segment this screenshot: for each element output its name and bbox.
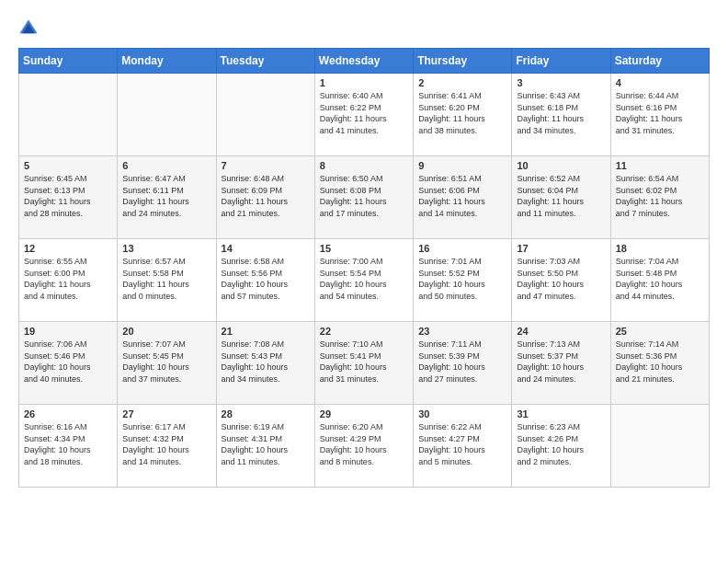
logo xyxy=(18,18,40,39)
calendar-cell: 11Sunrise: 6:54 AM Sunset: 6:02 PM Dayli… xyxy=(610,156,709,239)
day-number: 16 xyxy=(418,243,506,254)
cell-content: Sunrise: 7:00 AM Sunset: 5:54 PM Dayligh… xyxy=(320,256,408,302)
day-number: 26 xyxy=(24,408,112,419)
day-number: 5 xyxy=(24,160,112,171)
calendar-cell: 19Sunrise: 7:06 AM Sunset: 5:46 PM Dayli… xyxy=(19,322,118,405)
calendar-cell: 24Sunrise: 7:13 AM Sunset: 5:37 PM Dayli… xyxy=(512,322,610,405)
cell-content: Sunrise: 6:47 AM Sunset: 6:11 PM Dayligh… xyxy=(122,173,210,219)
day-number: 2 xyxy=(418,77,506,88)
cell-content: Sunrise: 6:55 AM Sunset: 6:00 PM Dayligh… xyxy=(24,256,112,302)
day-number: 3 xyxy=(517,77,605,88)
cell-content: Sunrise: 6:19 AM Sunset: 4:31 PM Dayligh… xyxy=(222,421,310,467)
calendar-cell: 2Sunrise: 6:41 AM Sunset: 6:20 PM Daylig… xyxy=(414,74,512,156)
cell-content: Sunrise: 6:48 AM Sunset: 6:09 PM Dayligh… xyxy=(222,173,310,219)
cell-content: Sunrise: 6:17 AM Sunset: 4:32 PM Dayligh… xyxy=(122,421,210,467)
calendar-cell: 7Sunrise: 6:48 AM Sunset: 6:09 PM Daylig… xyxy=(216,156,314,239)
calendar-table: SundayMondayTuesdayWednesdayThursdayFrid… xyxy=(18,48,710,488)
calendar-cell: 29Sunrise: 6:20 AM Sunset: 4:29 PM Dayli… xyxy=(314,405,413,488)
day-number: 11 xyxy=(616,160,704,171)
calendar-cell: 17Sunrise: 7:03 AM Sunset: 5:50 PM Dayli… xyxy=(512,239,610,322)
cell-content: Sunrise: 6:43 AM Sunset: 6:18 PM Dayligh… xyxy=(517,90,605,136)
cell-content: Sunrise: 7:01 AM Sunset: 5:52 PM Dayligh… xyxy=(418,256,506,302)
day-number: 30 xyxy=(418,408,506,419)
calendar-week-3: 12Sunrise: 6:55 AM Sunset: 6:00 PM Dayli… xyxy=(19,239,710,322)
cell-content: Sunrise: 6:54 AM Sunset: 6:02 PM Dayligh… xyxy=(616,173,704,219)
calendar-cell: 25Sunrise: 7:14 AM Sunset: 5:36 PM Dayli… xyxy=(610,322,709,405)
calendar-cell: 26Sunrise: 6:16 AM Sunset: 4:34 PM Dayli… xyxy=(19,405,118,488)
day-number: 21 xyxy=(222,326,310,337)
cell-content: Sunrise: 6:52 AM Sunset: 6:04 PM Dayligh… xyxy=(517,173,605,219)
day-number: 17 xyxy=(517,243,605,254)
cell-content: Sunrise: 6:22 AM Sunset: 4:27 PM Dayligh… xyxy=(418,421,506,467)
cell-content: Sunrise: 7:08 AM Sunset: 5:43 PM Dayligh… xyxy=(222,339,310,385)
calendar-cell xyxy=(610,405,709,488)
weekday-header-tuesday: Tuesday xyxy=(216,49,314,74)
calendar-cell: 28Sunrise: 6:19 AM Sunset: 4:31 PM Dayli… xyxy=(216,405,314,488)
day-number: 6 xyxy=(122,160,210,171)
cell-content: Sunrise: 7:11 AM Sunset: 5:39 PM Dayligh… xyxy=(418,339,506,385)
cell-content: Sunrise: 6:58 AM Sunset: 5:56 PM Dayligh… xyxy=(222,256,310,302)
day-number: 1 xyxy=(320,77,408,88)
calendar-cell xyxy=(19,74,118,156)
calendar-cell: 31Sunrise: 6:23 AM Sunset: 4:26 PM Dayli… xyxy=(512,405,610,488)
cell-content: Sunrise: 6:51 AM Sunset: 6:06 PM Dayligh… xyxy=(418,173,506,219)
calendar-cell: 8Sunrise: 6:50 AM Sunset: 6:08 PM Daylig… xyxy=(314,156,413,239)
day-number: 9 xyxy=(418,160,506,171)
day-number: 28 xyxy=(222,408,310,419)
calendar-cell: 4Sunrise: 6:44 AM Sunset: 6:16 PM Daylig… xyxy=(610,74,709,156)
day-number: 29 xyxy=(320,408,408,419)
calendar-header: SundayMondayTuesdayWednesdayThursdayFrid… xyxy=(19,49,710,74)
cell-content: Sunrise: 7:03 AM Sunset: 5:50 PM Dayligh… xyxy=(517,256,605,302)
calendar-cell: 10Sunrise: 6:52 AM Sunset: 6:04 PM Dayli… xyxy=(512,156,610,239)
weekday-header-saturday: Saturday xyxy=(610,49,709,74)
cell-content: Sunrise: 6:40 AM Sunset: 6:22 PM Dayligh… xyxy=(320,90,408,136)
day-number: 24 xyxy=(517,326,605,337)
calendar-cell xyxy=(118,74,216,156)
calendar-cell: 20Sunrise: 7:07 AM Sunset: 5:45 PM Dayli… xyxy=(118,322,216,405)
calendar-body: 1Sunrise: 6:40 AM Sunset: 6:22 PM Daylig… xyxy=(19,74,710,488)
calendar-cell: 14Sunrise: 6:58 AM Sunset: 5:56 PM Dayli… xyxy=(216,239,314,322)
weekday-header-wednesday: Wednesday xyxy=(314,49,413,74)
day-number: 13 xyxy=(122,243,210,254)
cell-content: Sunrise: 6:57 AM Sunset: 5:58 PM Dayligh… xyxy=(122,256,210,302)
calendar-cell: 1Sunrise: 6:40 AM Sunset: 6:22 PM Daylig… xyxy=(314,74,413,156)
day-number: 31 xyxy=(517,408,605,419)
day-number: 18 xyxy=(616,243,704,254)
cell-content: Sunrise: 6:50 AM Sunset: 6:08 PM Dayligh… xyxy=(320,173,408,219)
calendar-cell: 23Sunrise: 7:11 AM Sunset: 5:39 PM Dayli… xyxy=(414,322,512,405)
day-number: 7 xyxy=(222,160,310,171)
logo-icon xyxy=(18,18,39,39)
cell-content: Sunrise: 6:45 AM Sunset: 6:13 PM Dayligh… xyxy=(24,173,112,219)
day-number: 8 xyxy=(320,160,408,171)
weekday-header-monday: Monday xyxy=(118,49,216,74)
calendar-cell: 22Sunrise: 7:10 AM Sunset: 5:41 PM Dayli… xyxy=(314,322,413,405)
weekday-header-sunday: Sunday xyxy=(19,49,118,74)
calendar-cell: 16Sunrise: 7:01 AM Sunset: 5:52 PM Dayli… xyxy=(414,239,512,322)
cell-content: Sunrise: 7:07 AM Sunset: 5:45 PM Dayligh… xyxy=(122,339,210,385)
cell-content: Sunrise: 6:44 AM Sunset: 6:16 PM Dayligh… xyxy=(616,90,704,136)
weekday-header-friday: Friday xyxy=(512,49,610,74)
calendar-week-1: 1Sunrise: 6:40 AM Sunset: 6:22 PM Daylig… xyxy=(19,74,710,156)
cell-content: Sunrise: 7:04 AM Sunset: 5:48 PM Dayligh… xyxy=(616,256,704,302)
calendar-week-2: 5Sunrise: 6:45 AM Sunset: 6:13 PM Daylig… xyxy=(19,156,710,239)
calendar-week-4: 19Sunrise: 7:06 AM Sunset: 5:46 PM Dayli… xyxy=(19,322,710,405)
day-number: 19 xyxy=(24,326,112,337)
calendar-cell xyxy=(216,74,314,156)
day-number: 22 xyxy=(320,326,408,337)
day-number: 14 xyxy=(222,243,310,254)
cell-content: Sunrise: 6:20 AM Sunset: 4:29 PM Dayligh… xyxy=(320,421,408,467)
day-number: 20 xyxy=(122,326,210,337)
calendar-cell: 9Sunrise: 6:51 AM Sunset: 6:06 PM Daylig… xyxy=(414,156,512,239)
weekday-header-thursday: Thursday xyxy=(414,49,512,74)
day-number: 10 xyxy=(517,160,605,171)
calendar-cell: 5Sunrise: 6:45 AM Sunset: 6:13 PM Daylig… xyxy=(19,156,118,239)
day-number: 23 xyxy=(418,326,506,337)
calendar-cell: 6Sunrise: 6:47 AM Sunset: 6:11 PM Daylig… xyxy=(118,156,216,239)
calendar-cell: 18Sunrise: 7:04 AM Sunset: 5:48 PM Dayli… xyxy=(610,239,709,322)
calendar-cell: 21Sunrise: 7:08 AM Sunset: 5:43 PM Dayli… xyxy=(216,322,314,405)
day-number: 25 xyxy=(616,326,704,337)
calendar-cell: 27Sunrise: 6:17 AM Sunset: 4:32 PM Dayli… xyxy=(118,405,216,488)
cell-content: Sunrise: 7:14 AM Sunset: 5:36 PM Dayligh… xyxy=(616,339,704,385)
calendar-week-5: 26Sunrise: 6:16 AM Sunset: 4:34 PM Dayli… xyxy=(19,405,710,488)
cell-content: Sunrise: 7:13 AM Sunset: 5:37 PM Dayligh… xyxy=(517,339,605,385)
